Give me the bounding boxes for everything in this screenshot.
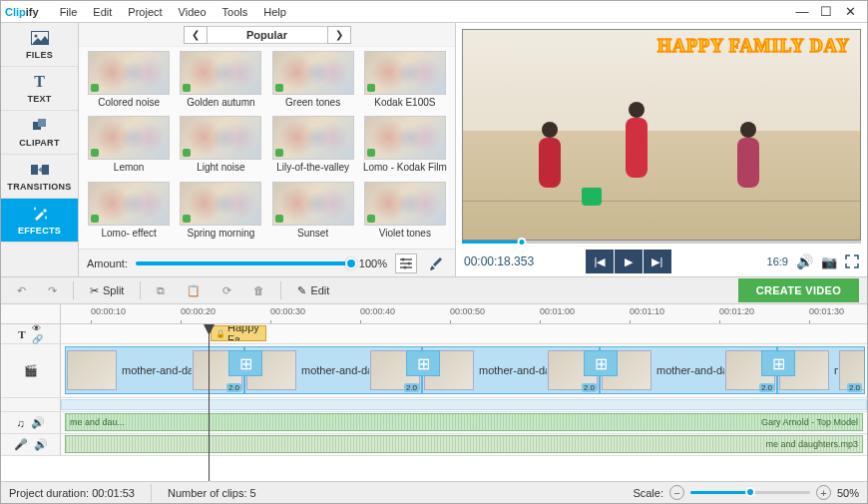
snapshot-icon[interactable]: 📷 (821, 254, 837, 269)
brush-button[interactable] (425, 253, 447, 273)
duration-value: 00:01:53 (92, 487, 135, 499)
effect-thumb[interactable]: Lomo- effect (85, 182, 173, 245)
paste-button[interactable]: 📋 (179, 281, 209, 300)
video-clip[interactable]: mother-and-daughters-i2.0 (600, 346, 777, 394)
menu-project[interactable]: Project (121, 4, 169, 20)
effect-thumb[interactable]: Lomo - Kodak Film (361, 116, 449, 179)
app-logo: Clipify (5, 4, 39, 19)
effect-thumb[interactable]: Lily-of-the-valley (269, 116, 357, 179)
timeline: 00:00:1000:00:2000:00:3000:00:4000:00:50… (1, 304, 867, 481)
video-clip[interactable]: mother-and-daughters-in2.0 (65, 346, 244, 394)
clips-value: 5 (250, 487, 256, 499)
svg-point-8 (404, 265, 407, 268)
ruler-tick: 00:00:30 (270, 306, 305, 316)
edit-icon: ✎ (297, 284, 306, 297)
link-icon[interactable]: 🔗 (32, 334, 43, 344)
tab-files[interactable]: FILES (1, 23, 78, 67)
create-video-button[interactable]: CREATE VIDEO (738, 278, 859, 302)
amount-slider[interactable] (136, 261, 351, 265)
tab-text[interactable]: T TEXT (1, 67, 78, 111)
tab-effects-label: EFFECTS (18, 226, 61, 236)
minimize-button[interactable]: — (795, 5, 809, 19)
video-clip[interactable]: mother-and-daughters-i2.0 (244, 346, 422, 394)
close-button[interactable]: ✕ (843, 5, 857, 19)
maximize-button[interactable]: ☐ (819, 5, 833, 19)
video-clip[interactable]: mother-and-daughters-i2.0 (422, 346, 600, 394)
effect-thumb[interactable]: Lemon (85, 116, 173, 179)
tab-text-label: TEXT (27, 94, 51, 104)
tab-effects[interactable]: EFFECTS (1, 199, 78, 243)
menu-edit[interactable]: Edit (86, 4, 119, 20)
ruler-tick: 00:01:00 (540, 306, 575, 316)
mute-icon[interactable]: 🔊 (31, 416, 45, 429)
scale-slider[interactable] (690, 491, 810, 494)
zoom-in-button[interactable]: + (816, 485, 831, 500)
audio-clip-2[interactable]: me and daughters.mp3 (65, 435, 863, 453)
menu-help[interactable]: Help (256, 4, 293, 20)
effect-thumb[interactable]: Sunset (269, 182, 357, 245)
effects-panel: ❮ Popular ❯ Colored noiseGolden autumnGr… (79, 23, 456, 276)
category-prev-button[interactable]: ❮ (184, 26, 208, 44)
menu-tools[interactable]: Tools (216, 4, 255, 20)
audio-clip-1[interactable]: me and dau...Gary Arnold - Top Model (65, 413, 863, 431)
text-clip[interactable]: 🔒Happy Fa (211, 325, 266, 341)
zoom-out-button[interactable]: − (669, 485, 684, 500)
effect-thumb[interactable]: Golden autumn (177, 51, 264, 114)
amount-value: 100% (359, 257, 387, 269)
settings-button[interactable] (395, 253, 417, 273)
music-track-icon: ♫ (16, 417, 24, 429)
svg-rect-3 (38, 119, 46, 127)
transition-marker[interactable]: ⊞ (406, 350, 440, 376)
effect-thumb[interactable]: Colored noise (85, 51, 173, 114)
seek-bar[interactable] (462, 241, 861, 244)
transition-marker[interactable]: ⊞ (228, 350, 262, 376)
edit-button[interactable]: ✎Edit (289, 281, 337, 300)
ruler-tick: 00:00:20 (181, 306, 216, 316)
category-next-button[interactable]: ❯ (327, 26, 351, 44)
menu-video[interactable]: Video (172, 4, 214, 20)
split-button[interactable]: ✂Split (82, 281, 132, 300)
scale-value: 50% (837, 487, 859, 499)
transition-marker[interactable]: ⊞ (584, 350, 618, 376)
lock-icon: 🔒 (216, 329, 225, 338)
next-frame-button[interactable]: ▶| (644, 250, 671, 273)
effect-thumb[interactable]: Violet tones (361, 182, 449, 245)
menu-file[interactable]: File (53, 4, 85, 20)
volume-icon[interactable]: 🔊 (796, 253, 813, 269)
prev-frame-button[interactable]: |◀ (586, 250, 614, 273)
ruler-tick: 00:00:40 (360, 306, 395, 316)
effect-thumb[interactable]: Light noise (177, 116, 264, 179)
tab-transitions[interactable]: TRANSITIONS (1, 155, 78, 199)
visibility-icon[interactable]: 👁 (32, 323, 43, 333)
fullscreen-icon[interactable] (845, 254, 859, 268)
titlebar: Clipify File Edit Project Video Tools He… (1, 1, 867, 23)
tab-clipart[interactable]: CLIPART (1, 111, 78, 155)
transition-marker[interactable]: ⊞ (761, 350, 795, 376)
text-track: T 👁🔗 🔒Happy Fa (1, 324, 867, 344)
video-preview[interactable]: HAPPY FAMILY DAY (462, 29, 861, 241)
redo-button[interactable]: ↷ (40, 281, 65, 300)
scale-label: Scale: (633, 487, 663, 499)
play-button[interactable]: ▶ (615, 250, 643, 273)
category-name[interactable]: Popular (208, 26, 327, 44)
time-ruler[interactable]: 00:00:1000:00:2000:00:3000:00:4000:00:50… (61, 304, 867, 323)
playhead[interactable] (209, 324, 210, 481)
aspect-ratio[interactable]: 16:9 (767, 255, 788, 267)
effects-grid: Colored noiseGolden autumnGreen tonesKod… (79, 47, 455, 249)
svg-point-6 (402, 257, 405, 260)
effect-thumb[interactable]: Green tones (269, 51, 357, 114)
effect-thumb[interactable]: Spring morning (177, 182, 264, 245)
ruler-tick: 00:01:10 (630, 306, 664, 316)
ruler-tick: 00:00:10 (91, 306, 126, 316)
copy-button[interactable]: ⧉ (149, 281, 173, 300)
text-track-icon: T (18, 328, 25, 340)
undo-button[interactable]: ↶ (9, 281, 34, 300)
effect-thumb[interactable]: Kodak E100S (361, 51, 449, 114)
rotate-button[interactable]: ⟳ (215, 281, 239, 300)
ruler-tick: 00:00:50 (450, 306, 485, 316)
tab-clipart-label: CLIPART (19, 138, 59, 148)
delete-button[interactable]: 🗑 (245, 281, 272, 299)
video-track-icon: 🎬 (24, 364, 38, 377)
mute-icon-2[interactable]: 🔊 (34, 438, 48, 451)
left-sidebar: FILES T TEXT CLIPART TRANSITIONS EFFECTS (1, 23, 79, 276)
